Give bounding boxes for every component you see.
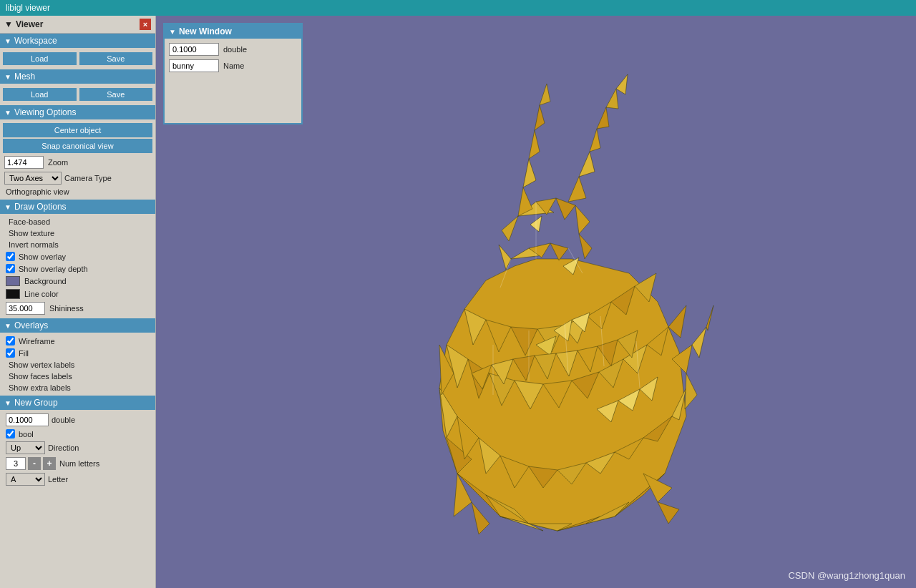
svg-marker-52 <box>540 84 550 105</box>
ng-num-increment-button[interactable]: + <box>43 457 56 470</box>
draw-options-section-header[interactable]: ▼ Draw Options <box>0 200 155 214</box>
ng-num-letters-row: - + Num letters <box>3 456 152 471</box>
sidebar-header: ▼ Viewer × <box>0 16 155 34</box>
ng-letter-row: A B C Letter <box>3 471 152 487</box>
snap-canonical-button[interactable]: Snap canonical view <box>3 139 152 153</box>
ng-double-label: double <box>52 416 75 424</box>
camera-type-label: Camera Type <box>64 174 112 182</box>
main-layout: ▼ Viewer × ▼ Workspace Load Save ▼ Mesh … <box>0 16 916 588</box>
watermark-text: CSDN @wang1zhong1quan <box>788 570 905 581</box>
show-extra-labels-label: Show extra labels <box>9 383 71 392</box>
draw-options-content: Face-based Show texture Invert normals S… <box>0 214 155 318</box>
svg-marker-49 <box>523 159 536 187</box>
ortho-label: Orthographic view <box>6 187 69 196</box>
new-group-section-header[interactable]: ▼ New Group <box>0 396 155 410</box>
show-vertex-labels-row[interactable]: Show vertex labels <box>3 359 152 371</box>
mesh-btn-row: Load Save <box>3 88 152 101</box>
workspace-load-button[interactable]: Load <box>3 52 77 65</box>
close-button[interactable]: × <box>140 19 151 30</box>
ng-bool-row: bool <box>3 428 152 440</box>
ng-letter-select[interactable]: A B C <box>6 473 45 486</box>
viewing-options-label: Viewing Options <box>14 107 77 117</box>
show-overlay-label: Show overlay <box>19 253 66 261</box>
viewing-options-section-header[interactable]: ▼ Viewing Options <box>0 105 155 119</box>
svg-marker-45 <box>575 205 590 234</box>
titlebar-text: libigl viewer <box>6 3 50 13</box>
show-texture-row[interactable]: Show texture <box>3 227 152 239</box>
bunny-svg <box>314 59 758 545</box>
viewing-options-content: Center object Snap canonical view Zoom T… <box>0 119 155 200</box>
mesh-save-button[interactable]: Save <box>79 88 153 101</box>
overlays-arrow-icon: ▼ <box>4 322 11 330</box>
overlays-section-header[interactable]: ▼ Overlays <box>0 318 155 333</box>
svg-marker-65 <box>706 305 713 330</box>
workspace-section-header[interactable]: ▼ Workspace <box>0 34 155 48</box>
svg-marker-58 <box>616 74 628 94</box>
show-overlay-row: Show overlay <box>3 250 152 263</box>
viewport[interactable]: ▼ New Window double Name <box>156 16 916 588</box>
shininess-input[interactable] <box>6 302 45 315</box>
show-overlay-checkbox[interactable] <box>6 252 15 261</box>
ng-num-input[interactable] <box>6 457 26 470</box>
background-color-swatch[interactable] <box>6 276 20 286</box>
ng-direction-select[interactable]: Up Down Left Right <box>6 441 45 454</box>
center-object-button[interactable]: Center object <box>3 123 152 137</box>
ng-letter-label: Letter <box>48 475 68 484</box>
workspace-content: Load Save <box>0 48 155 69</box>
svg-marker-56 <box>597 107 609 129</box>
titlebar: libigl viewer <box>0 0 916 16</box>
svg-marker-50 <box>529 130 540 159</box>
show-overlay-depth-row: Show overlay depth <box>3 263 152 275</box>
svg-marker-66 <box>685 373 697 409</box>
svg-marker-55 <box>590 129 600 152</box>
svg-marker-40 <box>550 243 568 260</box>
line-color-swatch[interactable] <box>6 289 20 299</box>
new-group-arrow-icon: ▼ <box>4 399 11 407</box>
workspace-save-button[interactable]: Save <box>79 52 153 65</box>
ng-direction-label: Direction <box>48 444 79 452</box>
ng-bool-checkbox[interactable] <box>6 429 15 438</box>
new-group-content: double bool Up Down Left Right Direction… <box>0 410 155 489</box>
zoom-row: Zoom <box>3 155 152 170</box>
wireframe-label: Wireframe <box>19 337 55 346</box>
ng-direction-row: Up Down Left Right Direction <box>3 440 152 456</box>
svg-marker-53 <box>568 177 586 202</box>
invert-normals-row[interactable]: Invert normals <box>3 239 152 250</box>
svg-marker-62 <box>658 502 679 524</box>
shininess-label: Shininess <box>49 304 84 313</box>
background-label: Background <box>24 277 67 285</box>
sidebar-arrow-icon: ▼ <box>4 19 13 29</box>
svg-marker-43 <box>502 216 518 241</box>
wireframe-row: Wireframe <box>3 335 152 347</box>
draw-options-label: Draw Options <box>14 202 67 212</box>
draw-options-arrow-icon: ▼ <box>4 203 11 211</box>
show-overlay-depth-checkbox[interactable] <box>6 264 15 273</box>
mesh-section-header[interactable]: ▼ Mesh <box>0 69 155 84</box>
fill-checkbox[interactable] <box>6 348 15 358</box>
wireframe-checkbox[interactable] <box>6 336 15 346</box>
show-extra-labels-row[interactable]: Show extra labels <box>3 382 152 393</box>
workspace-arrow-icon: ▼ <box>4 37 11 45</box>
show-faces-labels-row[interactable]: Show faces labels <box>3 371 152 382</box>
line-color-label: Line color <box>24 290 59 298</box>
shininess-row: Shininess <box>3 300 152 316</box>
camera-type-select[interactable]: Two Axes Trackball <box>4 172 62 185</box>
show-texture-label: Show texture <box>9 229 54 237</box>
camera-type-row: Two Axes Trackball Camera Type <box>3 170 152 186</box>
ng-num-decrement-button[interactable]: - <box>28 457 41 470</box>
line-color-row: Line color <box>3 288 152 300</box>
svg-marker-51 <box>535 105 545 130</box>
ng-double-row: double <box>3 412 152 428</box>
zoom-input[interactable] <box>4 156 44 169</box>
mesh-load-button[interactable]: Load <box>3 88 77 101</box>
face-based-row[interactable]: Face-based <box>3 216 152 227</box>
svg-marker-57 <box>606 89 618 109</box>
ng-bool-label: bool <box>19 430 34 438</box>
mesh-label: Mesh <box>14 72 35 82</box>
ortho-row: Orthographic view <box>3 186 152 197</box>
sidebar: ▼ Viewer × ▼ Workspace Load Save ▼ Mesh … <box>0 16 156 588</box>
ng-double-input[interactable] <box>6 413 49 426</box>
mesh-arrow-icon: ▼ <box>4 73 11 81</box>
bunny-viewport-area <box>156 16 916 588</box>
overlays-content: Wireframe Fill Show vertex labels Show f… <box>0 333 155 396</box>
